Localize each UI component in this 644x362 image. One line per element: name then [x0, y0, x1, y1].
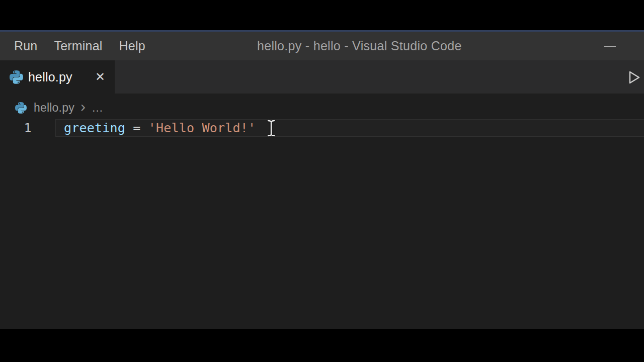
menu-item-run[interactable]: Run: [14, 39, 37, 53]
python-icon: [15, 102, 27, 114]
letterbox-top: [0, 0, 644, 30]
screen: Run Terminal Help hello.py - hello - Vis…: [0, 0, 644, 362]
text-cursor-pointer: [266, 120, 276, 137]
breadcrumb-symbol[interactable]: …: [92, 101, 103, 115]
line-number: 1: [0, 119, 55, 137]
minimize-button[interactable]: [602, 32, 618, 60]
menu-item-terminal[interactable]: Terminal: [54, 39, 102, 53]
menu-item-help[interactable]: Help: [119, 39, 145, 53]
breadcrumb-file[interactable]: hello.py: [34, 101, 74, 115]
run-file-button[interactable]: [627, 70, 642, 86]
code-line-1[interactable]: greeting = 'Hello World!': [64, 119, 256, 137]
tab-hello-py[interactable]: hello.py ✕: [0, 60, 115, 94]
python-icon: [10, 70, 23, 84]
window-title: hello.py - hello - Visual Studio Code: [257, 32, 462, 60]
minimize-dash-icon: [604, 46, 616, 47]
play-outline-icon: [628, 70, 640, 86]
token-operator: =: [125, 121, 148, 135]
chevron-right-icon: ›: [80, 99, 86, 114]
editor-pane[interactable]: hello.py › … 1 greeting = 'Hello World!': [0, 94, 644, 329]
token-variable: greeting: [64, 121, 125, 135]
tab-label: hello.py: [28, 70, 72, 84]
titlebar: Run Terminal Help hello.py - hello - Vis…: [0, 30, 644, 60]
menubar: Run Terminal Help: [14, 32, 145, 60]
tab-close-icon[interactable]: ✕: [93, 69, 108, 84]
breadcrumb[interactable]: hello.py › …: [15, 97, 103, 119]
token-string: 'Hello World!': [148, 121, 256, 135]
tab-bar: hello.py ✕: [0, 60, 644, 94]
letterbox-bottom: [0, 329, 644, 362]
